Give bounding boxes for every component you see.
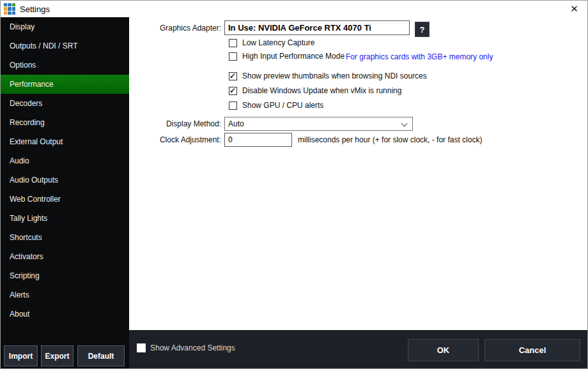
- sidebar-item-audio-outputs[interactable]: Audio Outputs: [1, 170, 129, 190]
- sidebar-item-about[interactable]: About: [1, 305, 129, 324]
- show-advanced-settings-checkbox[interactable]: [137, 343, 146, 352]
- sidebar-item-display[interactable]: Display: [1, 17, 129, 36]
- chevron-down-icon: [401, 121, 408, 127]
- clock-adjustment-hint: milliseconds per hour (+ for slow clock,…: [298, 135, 482, 144]
- sidebar-item-activators[interactable]: Activators: [1, 247, 129, 266]
- sidebar-item-recording[interactable]: Recording: [1, 113, 129, 132]
- low-latency-capture-row: Low Latency Capture: [229, 38, 314, 47]
- low-latency-capture-label: Low Latency Capture: [242, 38, 314, 47]
- export-button[interactable]: Export: [41, 345, 74, 366]
- sidebar-item-audio[interactable]: Audio: [1, 151, 129, 170]
- settings-window: Settings ✕ Display Outputs / NDI / SRT O…: [0, 0, 588, 369]
- ndi-thumbnails-label: Show preview thumbnails when browsing ND…: [242, 72, 427, 80]
- high-input-performance-note: For graphics cards with 3GB+ memory only: [346, 52, 493, 61]
- ndi-thumbnails-row: Show preview thumbnails when browsing ND…: [229, 72, 427, 80]
- performance-settings-panel: Graphics Adapter: ? Low Latency Capture …: [129, 17, 588, 330]
- gpu-cpu-alerts-label: Show GPU / CPU alerts: [242, 101, 323, 110]
- vmix-logo-icon: [4, 3, 15, 15]
- gpu-cpu-alerts-row: Show GPU / CPU alerts: [229, 101, 323, 110]
- default-button[interactable]: Default: [77, 345, 125, 366]
- disable-windows-update-row: Disable Windows Update when vMix is runn…: [229, 86, 401, 95]
- sidebar-item-options[interactable]: Options: [1, 56, 129, 75]
- high-input-performance-row: High Input Performance Mode: [229, 52, 344, 61]
- sidebar-button-row: Import Export Default: [1, 345, 129, 369]
- help-button[interactable]: ?: [415, 22, 429, 37]
- sidebar-item-external-output[interactable]: External Output: [1, 132, 129, 151]
- high-input-performance-checkbox[interactable]: [229, 52, 237, 61]
- sidebar-item-decoders[interactable]: Decoders: [1, 94, 129, 113]
- show-advanced-settings-label: Show Advanced Settings: [150, 343, 235, 352]
- graphics-adapter-input[interactable]: [224, 20, 410, 35]
- disable-windows-update-checkbox[interactable]: [229, 87, 237, 95]
- gpu-cpu-alerts-checkbox[interactable]: [229, 102, 237, 110]
- cancel-button[interactable]: Cancel: [484, 339, 580, 361]
- disable-windows-update-label: Disable Windows Update when vMix is runn…: [242, 86, 401, 95]
- sidebar-item-outputs-ndi-srt[interactable]: Outputs / NDI / SRT: [1, 36, 129, 56]
- low-latency-capture-checkbox[interactable]: [229, 39, 237, 47]
- display-method-label: Display Method:: [129, 117, 221, 131]
- ok-button[interactable]: OK: [408, 339, 479, 361]
- sidebar-item-performance[interactable]: Performance: [1, 75, 129, 94]
- titlebar: Settings ✕: [1, 1, 588, 17]
- clock-adjustment-label: Clock Adjustment:: [129, 133, 221, 147]
- graphics-adapter-label: Graphics Adapter:: [129, 21, 221, 35]
- high-input-performance-label: High Input Performance Mode: [242, 52, 344, 61]
- sidebar-item-shortcuts[interactable]: Shortcuts: [1, 228, 129, 247]
- footer-bar: Show Advanced Settings OK Cancel: [129, 330, 588, 369]
- import-button[interactable]: Import: [4, 345, 38, 366]
- sidebar-item-web-controller[interactable]: Web Controller: [1, 190, 129, 209]
- close-icon[interactable]: ✕: [560, 1, 588, 17]
- sidebar-item-scripting[interactable]: Scripting: [1, 266, 129, 285]
- display-method-value: Auto: [228, 119, 244, 128]
- sidebar-item-alerts[interactable]: Alerts: [1, 285, 129, 305]
- sidebar-item-tally-lights[interactable]: Tally Lights: [1, 209, 129, 228]
- display-method-select[interactable]: Auto: [224, 117, 413, 131]
- clock-adjustment-input[interactable]: [224, 133, 292, 147]
- sidebar: Display Outputs / NDI / SRT Options Perf…: [1, 17, 129, 369]
- window-title: Settings: [20, 4, 50, 14]
- ndi-thumbnails-checkbox[interactable]: [229, 72, 237, 80]
